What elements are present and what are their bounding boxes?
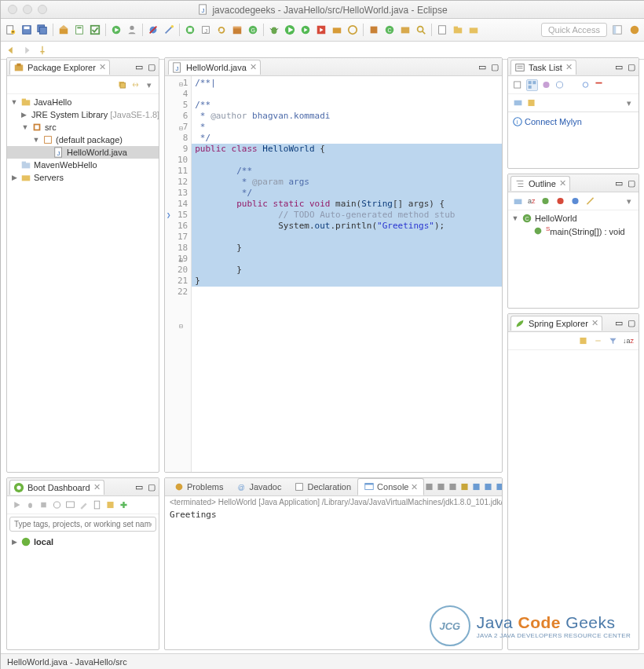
build-icon[interactable] bbox=[57, 23, 71, 37]
stop-boot-icon[interactable] bbox=[38, 500, 49, 510]
minimize-icon[interactable]: ▭ bbox=[134, 482, 144, 492]
java-perspective-icon[interactable] bbox=[628, 23, 642, 37]
minimize-icon[interactable]: ▭ bbox=[477, 62, 487, 72]
show-icon[interactable] bbox=[526, 98, 536, 108]
close-icon[interactable]: ✕ bbox=[565, 62, 573, 72]
console-tab-declaration[interactable]: Declaration bbox=[287, 478, 357, 495]
new-task-icon[interactable] bbox=[513, 80, 523, 90]
new-icon[interactable]: + bbox=[4, 23, 18, 37]
spring-explorer-tab[interactable]: Spring Explorer ✕ bbox=[510, 316, 602, 331]
toggle-mark-icon[interactable] bbox=[435, 23, 449, 37]
run-last-icon[interactable] bbox=[298, 23, 313, 37]
open-type-icon[interactable]: J bbox=[199, 23, 213, 37]
new-class-icon[interactable]: C bbox=[382, 23, 397, 37]
relaunch-icon[interactable] bbox=[109, 23, 123, 37]
new-package-icon[interactable] bbox=[367, 23, 381, 37]
categorize-icon[interactable] bbox=[526, 79, 538, 91]
minimize-icon[interactable]: ▭ bbox=[134, 62, 144, 72]
person-icon[interactable] bbox=[125, 23, 139, 37]
boot-filter-input[interactable] bbox=[9, 517, 156, 532]
folder-icon[interactable] bbox=[451, 23, 465, 37]
remove-all-icon[interactable] bbox=[436, 482, 446, 492]
hide-local-icon[interactable] bbox=[585, 196, 595, 207]
start-icon[interactable] bbox=[12, 500, 22, 510]
bean-icon[interactable] bbox=[578, 336, 588, 346]
boot-dashboard-tab[interactable]: Boot Dashboard ✕ bbox=[9, 480, 104, 495]
add-icon[interactable] bbox=[119, 500, 129, 510]
close-icon[interactable]: ✕ bbox=[250, 62, 257, 72]
checkbox-icon[interactable] bbox=[88, 23, 102, 37]
scroll-lock-icon[interactable] bbox=[459, 482, 470, 492]
tree-item[interactable]: ▼(default package) bbox=[7, 133, 159, 146]
pin-icon[interactable] bbox=[35, 43, 49, 57]
debug-boot-icon[interactable] bbox=[25, 500, 35, 510]
back-icon[interactable] bbox=[4, 43, 18, 57]
tree-item[interactable]: ▼src bbox=[7, 121, 159, 133]
link-editor-icon[interactable] bbox=[130, 80, 141, 90]
maximize-icon[interactable]: ▢ bbox=[626, 318, 636, 328]
pin-icon[interactable] bbox=[483, 482, 493, 492]
run-icon[interactable] bbox=[283, 23, 297, 37]
maximize-icon[interactable]: ▢ bbox=[489, 62, 499, 72]
outline-tab[interactable]: Outline ✕ bbox=[510, 176, 570, 191]
clipboard-icon[interactable] bbox=[92, 500, 102, 510]
filter-boot-icon[interactable] bbox=[105, 500, 115, 510]
outline-tree[interactable]: ▼CHelloWorldSmain(String[]) : void bbox=[508, 210, 639, 308]
az-icon[interactable]: az bbox=[528, 196, 536, 207]
fwd-icon[interactable] bbox=[20, 43, 34, 57]
view-menu-icon[interactable]: ▾ bbox=[624, 98, 634, 108]
history-icon[interactable] bbox=[346, 23, 360, 37]
run-config-icon[interactable] bbox=[330, 23, 344, 37]
maximize-icon[interactable]: ▢ bbox=[626, 178, 636, 188]
maximize-icon[interactable]: ▢ bbox=[146, 62, 156, 72]
search-icon[interactable] bbox=[414, 23, 428, 37]
console-tab-javadoc[interactable]: @Javadoc bbox=[229, 478, 287, 495]
quick-access-button[interactable]: Quick Access bbox=[541, 23, 607, 37]
show-console-icon[interactable] bbox=[471, 482, 481, 492]
maximize-icon[interactable]: ▢ bbox=[626, 62, 636, 72]
editor-body[interactable]: 1⊟45⊟67891011⊟121314⊟15❯16171819202122 /… bbox=[165, 76, 502, 472]
outline-item[interactable]: Smain(String[]) : void bbox=[508, 225, 639, 237]
sort-icon[interactable] bbox=[513, 196, 523, 207]
connect-mylyn-link[interactable]: iConnect Mylyn bbox=[508, 112, 639, 131]
view-menu-icon[interactable]: ▾ bbox=[624, 196, 634, 207]
stop-icon[interactable] bbox=[183, 23, 197, 37]
remove-launch-icon[interactable] bbox=[424, 482, 434, 492]
debug-icon[interactable] bbox=[267, 23, 281, 37]
boot-local-item[interactable]: ▶ local bbox=[7, 536, 159, 548]
tree-item[interactable]: ▼JavaHello bbox=[7, 96, 159, 108]
console-tab-console[interactable]: Console ✕ bbox=[357, 478, 424, 495]
outline-item[interactable]: ▼CHelloWorld bbox=[508, 212, 639, 225]
hide-fields-icon[interactable] bbox=[540, 196, 551, 207]
editor-tab[interactable]: J HelloWorld.java ✕ bbox=[168, 60, 261, 75]
filters-icon[interactable] bbox=[608, 336, 618, 346]
schedule-icon[interactable] bbox=[541, 80, 551, 90]
open-task-icon[interactable] bbox=[398, 23, 412, 37]
close-icon[interactable]: ✕ bbox=[559, 178, 566, 188]
az-icon[interactable]: ↓az bbox=[623, 336, 634, 346]
hide-icon[interactable] bbox=[513, 98, 523, 108]
tree-item[interactable]: ▶JRE System Library [JavaSE-1.8] bbox=[7, 108, 159, 121]
save-all-icon[interactable] bbox=[35, 23, 49, 37]
external-tools-icon[interactable] bbox=[314, 23, 328, 37]
display-icon[interactable] bbox=[495, 482, 503, 492]
clear-icon[interactable] bbox=[448, 482, 458, 492]
open-perspective-icon[interactable] bbox=[610, 23, 624, 37]
globe-icon[interactable] bbox=[52, 500, 62, 510]
hide-static-icon[interactable] bbox=[555, 196, 565, 207]
minimize-icon[interactable]: ▭ bbox=[613, 178, 624, 188]
console-tab-problems[interactable]: Problems bbox=[167, 478, 229, 495]
close-icon[interactable]: ✕ bbox=[99, 62, 106, 72]
tree-item[interactable]: ▶Servers bbox=[7, 171, 159, 184]
resource-icon[interactable] bbox=[72, 23, 86, 37]
skip-breakpoints-icon[interactable] bbox=[146, 23, 160, 37]
view-menu-icon[interactable]: ▾ bbox=[144, 80, 154, 90]
refresh-icon[interactable] bbox=[214, 23, 229, 37]
minimize-icon[interactable]: ▭ bbox=[613, 62, 624, 72]
coverage-icon[interactable]: G bbox=[246, 23, 260, 37]
collapse-icon[interactable] bbox=[594, 80, 604, 90]
close-dot[interactable] bbox=[8, 5, 17, 14]
package-tree[interactable]: ▼JavaHello▶JRE System Library [JavaSE-1.… bbox=[7, 94, 159, 472]
collapse-all-icon[interactable] bbox=[117, 80, 127, 90]
package-icon[interactable] bbox=[230, 23, 244, 37]
